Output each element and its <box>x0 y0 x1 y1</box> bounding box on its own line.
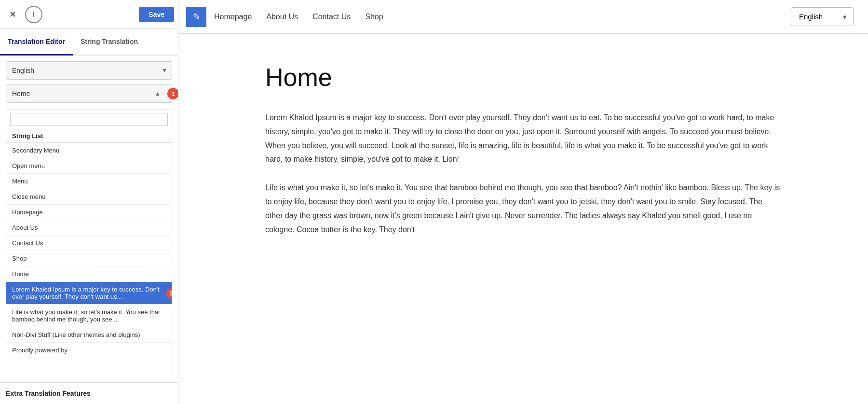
tab-string-translation[interactable]: String Translation <box>73 29 146 56</box>
search-input-wrap <box>6 110 172 129</box>
language-dropdown[interactable]: English Spanish French German <box>791 7 854 26</box>
string-list-items: Secondary Menu Open menu Menu Close menu… <box>6 143 172 382</box>
tabs-bar: Translation Editor String Translation <box>0 29 178 56</box>
language-select[interactable]: English Spanish French German <box>6 61 172 80</box>
page-select-wrapper: Home About Us Contact Us Shop ▲ <box>6 84 172 103</box>
list-item[interactable]: Secondary Menu <box>6 143 172 158</box>
list-item[interactable]: Non-Divi Stuff (Like other themes and pl… <box>6 327 172 343</box>
nav-link-shop[interactable]: Shop <box>365 13 383 21</box>
selected-item-wrap: Lorem Khaled Ipsum is a major key to suc… <box>6 282 172 305</box>
string-list-container: String List Secondary Menu Open menu Men… <box>6 110 172 382</box>
nav-link-about[interactable]: About Us <box>266 13 298 21</box>
list-item[interactable]: Menu <box>6 174 172 189</box>
list-item[interactable]: Home <box>6 266 172 282</box>
nav-link-homepage[interactable]: Homepage <box>214 13 252 21</box>
paragraph-2: Life is what you make it, so let's make … <box>265 181 781 237</box>
save-button[interactable]: Save <box>139 7 174 22</box>
list-item[interactable]: Shop <box>6 251 172 266</box>
search-input[interactable] <box>10 113 168 126</box>
list-item[interactable]: Life is what you make it, so let's make … <box>6 305 172 327</box>
page-content: Home Lorem Khaled Ipsum is a major key t… <box>178 34 868 404</box>
list-item[interactable]: About Us <box>6 220 172 236</box>
extra-translation-features: Extra Translation Features <box>0 382 178 404</box>
list-item[interactable]: Proudly powered by <box>6 343 172 358</box>
list-item[interactable]: Open menu <box>6 158 172 174</box>
badge-1: 1 <box>167 88 178 99</box>
top-bar: ✕ i Save <box>0 0 178 29</box>
info-button[interactable]: i <box>25 6 42 23</box>
site-nav: ✎ Homepage About Us Contact Us Shop Engl… <box>178 0 868 34</box>
list-item-selected[interactable]: Lorem Khaled Ipsum is a major key to suc… <box>6 282 172 305</box>
panel-body: English Spanish French German ▼ Home Abo… <box>0 56 178 382</box>
list-item[interactable]: Close menu <box>6 189 172 205</box>
main-content: ✎ Homepage About Us Contact Us Shop Engl… <box>178 0 868 404</box>
nav-link-contact[interactable]: Contact Us <box>312 13 351 21</box>
language-dropdown-wrap: English Spanish French German ▼ <box>791 7 854 26</box>
list-item[interactable]: Homepage <box>6 205 172 220</box>
close-button[interactable]: ✕ <box>4 6 21 23</box>
left-panel: ✕ i Save Translation Editor String Trans… <box>0 0 178 404</box>
paragraph-1: Lorem Khaled Ipsum is a major key to suc… <box>265 111 781 167</box>
nav-edit-button[interactable]: ✎ <box>186 7 206 27</box>
list-item[interactable]: Contact Us <box>6 236 172 251</box>
nav-links: Homepage About Us Contact Us Shop <box>214 13 791 21</box>
tab-translation-editor[interactable]: Translation Editor <box>0 29 73 56</box>
page-select[interactable]: Home About Us Contact Us Shop <box>6 84 172 103</box>
string-list-label: String List <box>6 129 172 143</box>
page-title: Home <box>265 63 781 92</box>
language-select-wrapper: English Spanish French German ▼ <box>6 61 172 80</box>
